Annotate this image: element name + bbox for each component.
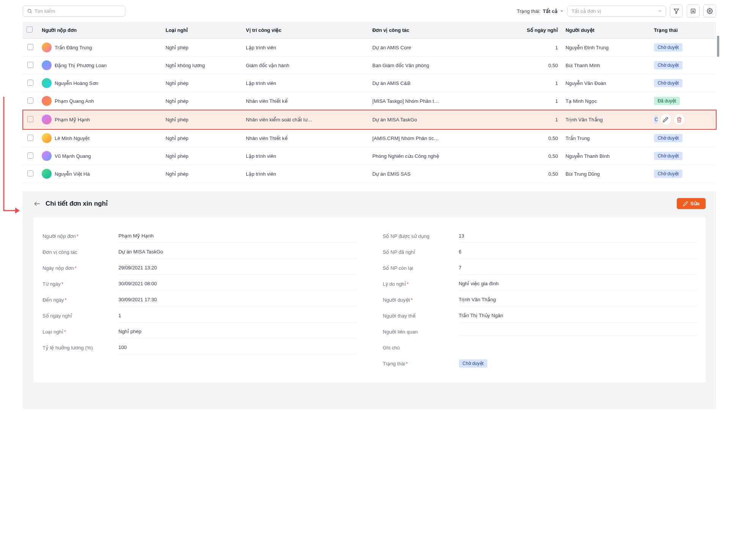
department-select-placeholder: Tất cả đơn vị bbox=[572, 8, 601, 14]
col-department[interactable]: Đơn vị công tác bbox=[369, 22, 495, 39]
avatar bbox=[42, 78, 52, 88]
status-filter[interactable]: Trạng thái: Tất cả bbox=[517, 8, 564, 14]
row-checkbox[interactable] bbox=[27, 153, 33, 159]
label-np-left: Số NP còn lại bbox=[383, 265, 459, 271]
cell-leave-type: Nghỉ phép bbox=[162, 129, 242, 147]
cell-applicant: Phạm Mỹ Hạnh bbox=[55, 117, 90, 123]
col-position[interactable]: Vị trí công việc bbox=[242, 22, 369, 39]
cell-approver: Bùi Trung Dũng bbox=[562, 165, 650, 183]
status-badge: Đã duyệt bbox=[654, 97, 680, 105]
cell-leave-type: Nghỉ phép bbox=[162, 147, 242, 165]
cell-applicant: Phạm Quang Anh bbox=[55, 98, 94, 104]
avatar bbox=[42, 151, 52, 161]
label-department: Đơn vị công tác bbox=[43, 249, 118, 255]
col-approver[interactable]: Người duyệt bbox=[562, 22, 650, 39]
cell-approver: Nguyễn Đình Trung bbox=[562, 39, 650, 57]
label-from-date: Từ ngày* bbox=[43, 281, 118, 287]
cell-status: Chờ duyệt bbox=[650, 129, 716, 147]
avatar bbox=[42, 96, 52, 106]
svg-marker-2 bbox=[674, 9, 679, 14]
col-days[interactable]: Số ngày nghỉ bbox=[496, 22, 562, 39]
filter-button[interactable] bbox=[670, 5, 683, 17]
cell-status: Đã duyệt bbox=[650, 92, 716, 110]
table-row[interactable]: Trần Đăng Trung Nghỉ phép Lập trình viên… bbox=[23, 39, 716, 57]
row-delete-button[interactable] bbox=[674, 114, 685, 125]
label-status: Trạng thái* bbox=[383, 361, 459, 367]
table-row[interactable]: Vũ Mạnh Quang Nghỉ phép Lập trình viên P… bbox=[23, 147, 716, 165]
export-button[interactable] bbox=[687, 5, 700, 17]
cell-leave-type: Nghỉ phép bbox=[162, 92, 242, 110]
row-checkbox[interactable] bbox=[27, 80, 33, 86]
select-all-checkbox[interactable] bbox=[27, 27, 33, 33]
scrollbar-thumb[interactable] bbox=[717, 36, 719, 57]
table-row[interactable]: Nguyễn Hoàng Sơn Nghỉ phép Lập trình viê… bbox=[23, 74, 716, 92]
department-select[interactable]: Tất cả đơn vị bbox=[567, 6, 666, 17]
chevron-down-icon bbox=[657, 9, 662, 13]
filter-icon bbox=[673, 8, 679, 14]
gear-icon bbox=[707, 8, 713, 14]
col-leave-type[interactable]: Loại nghỉ bbox=[162, 22, 242, 39]
row-checkbox[interactable] bbox=[27, 44, 33, 50]
status-badge: Chờ duyệt bbox=[654, 134, 682, 142]
row-checkbox[interactable] bbox=[27, 98, 33, 104]
edit-button[interactable]: Sửa bbox=[677, 198, 706, 209]
table-row[interactable]: Nguyễn Việt Hà Nghỉ phép Lập trình viên … bbox=[23, 165, 716, 183]
edit-button-label: Sửa bbox=[690, 201, 700, 206]
status-filter-value: Tất cả bbox=[543, 8, 558, 14]
cell-department: [MISA Taskgo] Nhóm Phân t… bbox=[369, 92, 495, 110]
cell-days: 0,50 bbox=[496, 165, 562, 183]
status-badge: Chờ duyệt bbox=[654, 61, 682, 69]
svg-line-1 bbox=[31, 12, 32, 13]
status-badge: Chờ duyệt bbox=[654, 170, 682, 178]
table-row[interactable]: Phạm Quang Anh Nghỉ phép Nhân viên Thiết… bbox=[23, 92, 716, 110]
cell-position: Nhân viên Thiết kế bbox=[242, 92, 369, 110]
cell-position: Nhân viên Thiết kế bbox=[242, 129, 369, 147]
cell-status: Chờ duyệt bbox=[650, 39, 716, 57]
cell-leave-type: Nghỉ phép bbox=[162, 39, 242, 57]
cell-position: Lập trình viên bbox=[242, 165, 369, 183]
col-status[interactable]: Trạng thái bbox=[650, 22, 716, 39]
row-checkbox[interactable] bbox=[27, 62, 33, 68]
avatar bbox=[42, 133, 52, 143]
avatar bbox=[42, 60, 52, 70]
cell-position: Lập trình viên bbox=[242, 147, 369, 165]
leave-requests-table: Người nộp đơn Loại nghỉ Vị trí công việc… bbox=[23, 22, 716, 183]
cell-leave-type: Nghỉ phép bbox=[162, 165, 242, 183]
cell-days: 0,50 bbox=[496, 57, 562, 74]
label-days: Số ngày nghỉ bbox=[43, 313, 118, 319]
cell-days: 0,50 bbox=[496, 129, 562, 147]
cell-applicant: Lê Minh Nguyệt bbox=[55, 135, 90, 141]
row-checkbox[interactable] bbox=[27, 170, 33, 176]
cell-days: 0,50 bbox=[496, 147, 562, 165]
avatar bbox=[42, 115, 52, 124]
search-input[interactable] bbox=[23, 6, 125, 17]
search-field[interactable] bbox=[35, 8, 121, 14]
cell-position: Giám đốc vận hành bbox=[242, 57, 369, 74]
cell-department: Dự án EMIS SAS bbox=[369, 165, 495, 183]
cell-days: 1 bbox=[496, 39, 562, 57]
cell-position: Nhân viên kiểm soát chất lư… bbox=[242, 110, 369, 129]
row-checkbox[interactable] bbox=[27, 116, 33, 122]
table-row[interactable]: Lê Minh Nguyệt Nghỉ phép Nhân viên Thiết… bbox=[23, 129, 716, 147]
cell-applicant: Nguyễn Việt Hà bbox=[55, 171, 90, 177]
cell-department: Phòng Nghiên cứu Công nghệ bbox=[369, 147, 495, 165]
search-icon bbox=[27, 8, 32, 14]
col-applicant[interactable]: Người nộp đơn bbox=[38, 22, 162, 39]
value-approver: Trịnh Văn Thắng bbox=[459, 293, 697, 307]
label-to-date: Đến ngày* bbox=[43, 297, 118, 303]
cell-status: Chờ duyệt bbox=[650, 74, 716, 92]
row-edit-button[interactable] bbox=[660, 114, 671, 125]
cell-leave-type: Nghỉ phép bbox=[162, 110, 242, 129]
table-row[interactable]: Đặng Thị Phương Loan Nghỉ không lương Gi… bbox=[23, 57, 716, 74]
cell-days: 1 bbox=[496, 92, 562, 110]
cell-position: Lập trình viên bbox=[242, 39, 369, 57]
cell-department: Dự án AMIS C&B bbox=[369, 74, 495, 92]
back-button[interactable] bbox=[33, 200, 41, 208]
row-checkbox[interactable] bbox=[27, 135, 33, 141]
table-row[interactable]: Phạm Mỹ Hạnh Nghỉ phép Nhân viên kiểm so… bbox=[23, 110, 716, 129]
label-approver: Người duyệt* bbox=[383, 297, 459, 303]
label-note: Ghi chú bbox=[383, 345, 459, 351]
cell-approver: Bùi Thanh Minh bbox=[562, 57, 650, 74]
settings-button[interactable] bbox=[703, 5, 716, 17]
chevron-down-icon bbox=[560, 9, 564, 13]
